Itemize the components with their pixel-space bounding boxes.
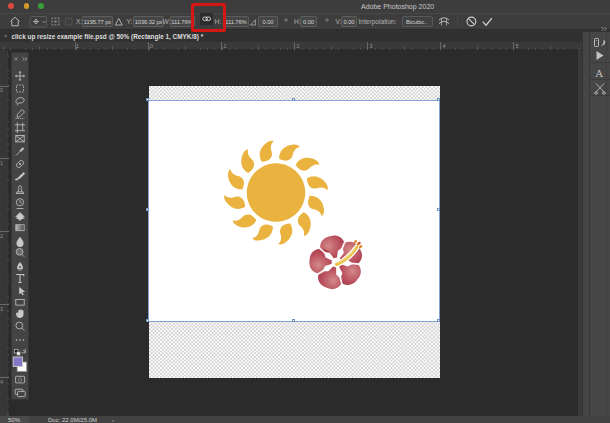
svg-text:A: A [595, 67, 603, 79]
